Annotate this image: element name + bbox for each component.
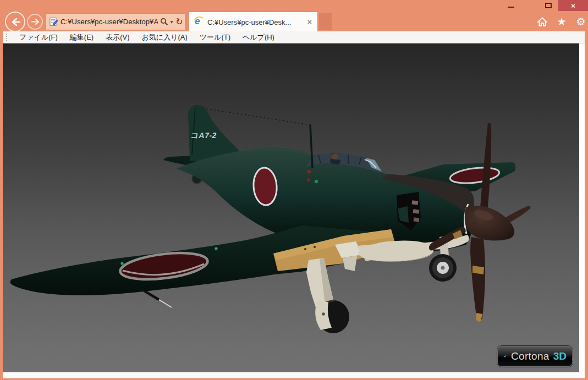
tab-close-icon[interactable]: × (306, 18, 313, 26)
antenna-wire (203, 108, 311, 125)
pitot-tube (142, 290, 159, 300)
menu-bar: ファイル(F) 編集(E) 表示(V) お気に入り(A) ツール(T) ヘルプ(… (3, 31, 585, 43)
menu-edit[interactable]: 編集(E) (64, 31, 100, 43)
browser-window: × C:¥Users¥pc-user¥Desktop¥A6M ▾ ↻ (0, 0, 588, 380)
search-icon[interactable] (160, 18, 168, 26)
cortona-3d-text: 3D (553, 350, 567, 362)
menu-tools[interactable]: ツール(T) (194, 31, 237, 43)
page-background-bottom (3, 372, 585, 378)
new-tab-button[interactable] (319, 13, 332, 30)
favorites-button[interactable]: ★ (556, 15, 568, 27)
settings-button[interactable]: ⚙ (575, 15, 587, 27)
3d-viewport[interactable]: コA7-2 (3, 43, 579, 372)
star-icon: ★ (557, 16, 566, 27)
back-button[interactable] (5, 12, 25, 32)
menu-view[interactable]: 表示(V) (100, 31, 135, 43)
page-background-right (579, 43, 585, 378)
browser-quick-icons: ★ ⚙ (536, 15, 587, 27)
minimize-icon (508, 7, 514, 8)
left-landing-gear (306, 258, 349, 333)
toolbar-grip[interactable] (6, 34, 8, 41)
forward-arrow-icon (31, 18, 40, 25)
cortona-brand-text: Cortona (511, 350, 549, 362)
browser-tab[interactable]: e C:¥Users¥pc-user¥Desk... × (189, 12, 318, 32)
cortona-pinwheel-icon (503, 350, 507, 364)
close-button[interactable]: × (558, 0, 588, 11)
home-icon (537, 16, 548, 27)
refresh-icon[interactable]: ↻ (174, 16, 183, 26)
aircraft-model: コA7-2 (3, 43, 579, 372)
menu-favorites[interactable]: お気に入り(A) (136, 31, 194, 43)
tail-marking: コA7-2 (190, 131, 217, 140)
maximize-button[interactable] (537, 0, 560, 11)
forward-button[interactable] (27, 14, 43, 30)
maximize-icon (545, 3, 552, 8)
search-dropdown-caret-icon[interactable]: ▾ (171, 19, 173, 25)
address-bar[interactable]: C:¥Users¥pc-user¥Desktop¥A6M ▾ ↻ (46, 13, 185, 30)
back-arrow-icon (10, 18, 21, 26)
close-icon: × (571, 2, 575, 10)
menu-help[interactable]: ヘルプ(H) (237, 31, 281, 43)
menu-file[interactable]: ファイル(F) (13, 31, 64, 43)
url-text: C:¥Users¥pc-user¥Desktop¥A6M (61, 18, 158, 26)
gear-icon: ⚙ (576, 16, 585, 27)
page-icon (49, 17, 58, 26)
tab-title: C:¥Users¥pc-user¥Desk... (207, 18, 303, 26)
home-button[interactable] (536, 15, 548, 27)
minimize-button[interactable] (498, 0, 524, 11)
cortona3d-logo[interactable]: Cortona3D (497, 346, 573, 367)
ie-favicon: e (194, 16, 204, 29)
near-wing (10, 225, 397, 307)
